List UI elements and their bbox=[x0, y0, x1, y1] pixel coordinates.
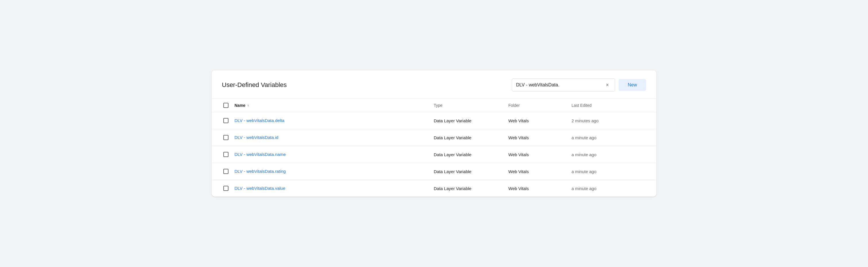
variable-name-link[interactable]: DLV - webVitalsData.rating bbox=[235, 169, 286, 174]
header: User-Defined Variables DLV - webVitalsDa… bbox=[212, 70, 656, 99]
row-last-edited-cell: a minute ago bbox=[571, 152, 646, 157]
clear-search-icon[interactable]: × bbox=[604, 82, 611, 88]
variable-name-link[interactable]: DLV - webVitalsData.name bbox=[235, 152, 286, 157]
row-checkbox-cell[interactable] bbox=[217, 186, 235, 191]
row-checkbox[interactable] bbox=[223, 186, 228, 191]
row-name-cell: DLV - webVitalsData.name bbox=[235, 152, 434, 157]
table-row: DLV - webVitalsData.id Data Layer Variab… bbox=[212, 129, 656, 146]
table-row: DLV - webVitalsData.value Data Layer Var… bbox=[212, 180, 656, 197]
row-checkbox[interactable] bbox=[223, 152, 228, 157]
row-checkbox-cell[interactable] bbox=[217, 152, 235, 157]
table-row: DLV - webVitalsData.delta Data Layer Var… bbox=[212, 112, 656, 129]
row-type-cell: Data Layer Variable bbox=[434, 118, 508, 123]
row-folder-cell: Web Vitals bbox=[508, 169, 571, 174]
row-type-cell: Data Layer Variable bbox=[434, 135, 508, 140]
row-last-edited-cell: a minute ago bbox=[571, 169, 646, 174]
row-name-cell: DLV - webVitalsData.delta bbox=[235, 118, 434, 123]
search-value: DLV - webVitalsData. bbox=[516, 82, 601, 88]
table-body: DLV - webVitalsData.delta Data Layer Var… bbox=[212, 112, 656, 197]
page-title: User-Defined Variables bbox=[222, 81, 287, 89]
variable-name-link[interactable]: DLV - webVitalsData.value bbox=[235, 186, 285, 190]
row-folder-cell: Web Vitals bbox=[508, 186, 571, 191]
table-row: DLV - webVitalsData.name Data Layer Vari… bbox=[212, 146, 656, 163]
row-last-edited-cell: a minute ago bbox=[571, 135, 646, 140]
search-box: DLV - webVitalsData. × bbox=[512, 78, 615, 92]
row-last-edited-cell: a minute ago bbox=[571, 186, 646, 191]
select-all-checkbox[interactable] bbox=[223, 103, 228, 108]
table-row: DLV - webVitalsData.rating Data Layer Va… bbox=[212, 163, 656, 180]
row-type-cell: Data Layer Variable bbox=[434, 186, 508, 191]
row-type-cell: Data Layer Variable bbox=[434, 152, 508, 157]
column-header-type: Type bbox=[434, 103, 508, 108]
column-header-name[interactable]: Name ↑ bbox=[235, 103, 434, 108]
column-header-folder: Folder bbox=[508, 103, 571, 108]
row-name-cell: DLV - webVitalsData.id bbox=[235, 135, 434, 140]
column-header-last-edited: Last Edited bbox=[571, 103, 646, 108]
main-container: User-Defined Variables DLV - webVitalsDa… bbox=[212, 70, 656, 197]
row-checkbox-cell[interactable] bbox=[217, 169, 235, 174]
row-checkbox-cell[interactable] bbox=[217, 135, 235, 140]
row-folder-cell: Web Vitals bbox=[508, 135, 571, 140]
new-variable-button[interactable]: New bbox=[619, 79, 646, 91]
sort-arrow-icon: ↑ bbox=[247, 103, 249, 108]
row-last-edited-cell: 2 minutes ago bbox=[571, 118, 646, 123]
row-folder-cell: Web Vitals bbox=[508, 118, 571, 123]
row-name-cell: DLV - webVitalsData.value bbox=[235, 186, 434, 191]
row-type-cell: Data Layer Variable bbox=[434, 169, 508, 174]
header-actions: DLV - webVitalsData. × New bbox=[512, 78, 646, 92]
variable-name-link[interactable]: DLV - webVitalsData.delta bbox=[235, 118, 284, 123]
column-header-name-label: Name bbox=[235, 103, 245, 108]
table-header: Name ↑ Type Folder Last Edited bbox=[212, 99, 656, 112]
select-all-checkbox-cell[interactable] bbox=[217, 103, 235, 108]
variable-name-link[interactable]: DLV - webVitalsData.id bbox=[235, 135, 278, 140]
row-checkbox-cell[interactable] bbox=[217, 118, 235, 123]
row-folder-cell: Web Vitals bbox=[508, 152, 571, 157]
row-checkbox[interactable] bbox=[223, 118, 228, 123]
row-name-cell: DLV - webVitalsData.rating bbox=[235, 169, 434, 174]
row-checkbox[interactable] bbox=[223, 169, 228, 174]
row-checkbox[interactable] bbox=[223, 135, 228, 140]
